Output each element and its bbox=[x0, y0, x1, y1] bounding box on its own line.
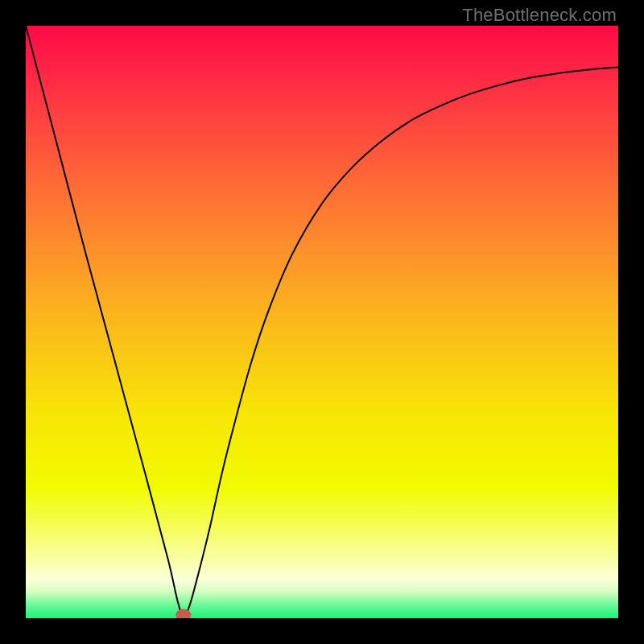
chart-svg bbox=[26, 26, 618, 618]
chart-background bbox=[26, 26, 618, 618]
chart-frame bbox=[26, 26, 618, 618]
watermark-text: TheBottleneck.com bbox=[462, 5, 617, 26]
